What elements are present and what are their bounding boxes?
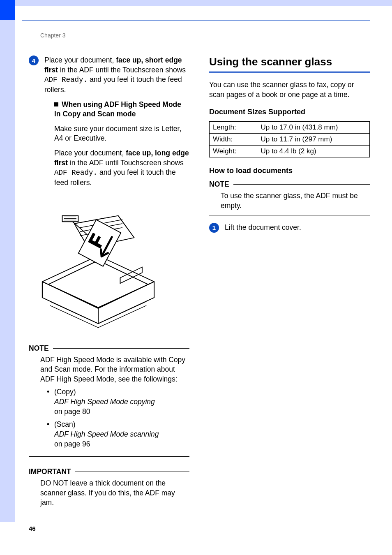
step-1-text: Lift the document cover.	[225, 223, 301, 233]
step-1-bullet: 1	[209, 223, 219, 233]
table-row: Length:Up to 17.0 in (431.8 mm)	[210, 122, 370, 134]
step-4-body: Place your document, face up, short edge…	[44, 56, 189, 193]
printer-icon: F	[26, 202, 170, 333]
note-heading-right: NOTE	[209, 180, 370, 189]
specs-table: Length:Up to 17.0 in (431.8 mm) Width:Up…	[209, 121, 370, 157]
printer-adf-illustration: F	[26, 202, 170, 333]
section-intro: You can use the scanner glass to fax, co…	[209, 80, 370, 99]
note-rule-right	[233, 184, 370, 185]
step-4-sub-p2: Place your document, face up, long edge …	[54, 148, 189, 188]
important-footer-rule	[29, 512, 189, 512]
step-1: 1 Lift the document cover.	[209, 223, 370, 238]
step-4-subheading: When using ADF High Speed Mode in Copy a…	[54, 100, 189, 119]
note-heading: NOTE	[29, 344, 189, 353]
important-rule	[75, 472, 189, 472]
svg-rect-0	[120, 267, 142, 283]
important-title: IMPORTANT	[29, 467, 71, 476]
important-body: DO NOT leave a thick document on the sca…	[29, 476, 189, 512]
note-title-right: NOTE	[209, 180, 229, 189]
section-rule	[209, 71, 370, 73]
note-block-left: NOTE ADF High Speed Mode is available wi…	[29, 344, 189, 457]
step-4: 4 Place your document, face up, short ed…	[29, 56, 189, 193]
step-4-text: Place your document, face up, short edge…	[44, 56, 189, 95]
note-list: (Copy) ADF High Speed Mode copying on pa…	[40, 387, 189, 449]
note-title: NOTE	[29, 344, 49, 353]
table-row: Weight:Up to 4.4 lb (2 kg)	[210, 146, 370, 157]
top-rule	[22, 20, 370, 21]
right-column: Using the scanner glass You can use the …	[209, 56, 370, 512]
howto-heading: How to load documents	[209, 166, 370, 175]
step-4-bullet: 4	[29, 56, 39, 65]
step-1-body: Lift the document cover.	[225, 223, 301, 238]
page: Chapter 3 4 Place your document, face up…	[0, 0, 392, 555]
list-item: (Scan) ADF High Speed Mode scanning on p…	[47, 420, 189, 449]
square-bullet-icon	[54, 102, 58, 106]
left-band-deep	[0, 0, 15, 20]
note-body-right: To use the scanner glass, the ADF must b…	[209, 189, 370, 215]
page-number: 46	[29, 525, 36, 532]
section-heading: Using the scanner glass	[209, 56, 370, 68]
left-column: 4 Place your document, face up, short ed…	[29, 56, 189, 512]
chapter-label: Chapter 3	[40, 32, 65, 39]
left-band	[0, 0, 15, 522]
columns: 4 Place your document, face up, short ed…	[29, 56, 370, 512]
important-heading: IMPORTANT	[29, 467, 189, 476]
header-band	[0, 0, 392, 6]
important-block: IMPORTANT DO NOT leave a thick document …	[29, 467, 189, 512]
note-body: ADF High Speed Mode is available with Co…	[29, 353, 189, 457]
note-text: ADF High Speed Mode is available with Co…	[40, 355, 189, 384]
note-block-right: NOTE To use the scanner glass, the ADF m…	[209, 180, 370, 215]
note-rule	[53, 348, 189, 349]
content: 4 Place your document, face up, short ed…	[29, 56, 370, 514]
table-row: Width:Up to 11.7 in (297 mm)	[210, 134, 370, 146]
step-4-sub-p1: Make sure your document size is Letter, …	[54, 124, 189, 143]
specs-heading: Document Sizes Supported	[209, 108, 370, 116]
note-footer-rule	[29, 456, 189, 457]
note-footer-rule-right	[209, 215, 370, 215]
list-item: (Copy) ADF High Speed Mode copying on pa…	[47, 387, 189, 416]
